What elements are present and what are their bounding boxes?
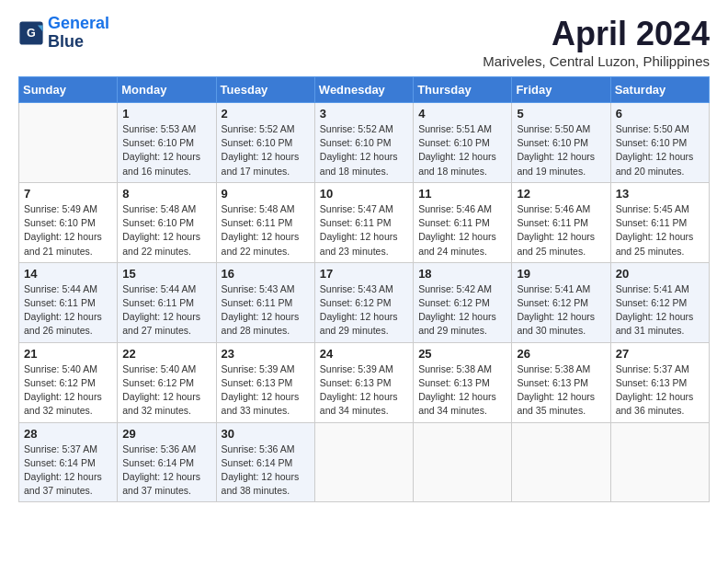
day-number: 18 — [418, 267, 506, 281]
day-number: 23 — [222, 347, 310, 361]
location: Mariveles, Central Luzon, Philippines — [483, 53, 710, 69]
calendar-cell: 5Sunrise: 5:50 AM Sunset: 6:10 PM Daylig… — [512, 103, 610, 183]
cell-text: Sunrise: 5:53 AM Sunset: 6:10 PM Dayligh… — [122, 122, 210, 178]
cell-text: Sunrise: 5:36 AM Sunset: 6:14 PM Dayligh… — [122, 442, 210, 499]
cell-text: Sunrise: 5:49 AM Sunset: 6:10 PM Dayligh… — [24, 202, 112, 259]
day-number: 3 — [320, 107, 408, 121]
calendar-week-3: 14Sunrise: 5:44 AM Sunset: 6:11 PM Dayli… — [19, 262, 710, 342]
day-header-saturday: Saturday — [610, 77, 709, 103]
cell-text: Sunrise: 5:50 AM Sunset: 6:10 PM Dayligh… — [517, 122, 605, 178]
day-number: 25 — [418, 347, 506, 361]
day-number: 27 — [616, 347, 704, 361]
day-number: 21 — [24, 347, 112, 361]
logo-icon: G — [18, 20, 44, 46]
calendar-cell: 13Sunrise: 5:45 AM Sunset: 6:11 PM Dayli… — [610, 182, 709, 262]
cell-text: Sunrise: 5:42 AM Sunset: 6:12 PM Dayligh… — [418, 282, 506, 339]
cell-text: Sunrise: 5:39 AM Sunset: 6:13 PM Dayligh… — [320, 362, 408, 419]
cell-text: Sunrise: 5:37 AM Sunset: 6:13 PM Dayligh… — [616, 362, 704, 419]
calendar-cell: 8Sunrise: 5:48 AM Sunset: 6:10 PM Daylig… — [118, 182, 216, 262]
calendar-cell: 1Sunrise: 5:53 AM Sunset: 6:10 PM Daylig… — [118, 103, 216, 183]
calendar-cell: 27Sunrise: 5:37 AM Sunset: 6:13 PM Dayli… — [610, 342, 709, 422]
cell-text: Sunrise: 5:36 AM Sunset: 6:14 PM Dayligh… — [222, 442, 310, 499]
calendar-cell: 7Sunrise: 5:49 AM Sunset: 6:10 PM Daylig… — [19, 182, 118, 262]
cell-text: Sunrise: 5:37 AM Sunset: 6:14 PM Dayligh… — [24, 442, 112, 499]
calendar-cell: 2Sunrise: 5:52 AM Sunset: 6:10 PM Daylig… — [216, 103, 314, 183]
day-number: 19 — [517, 267, 605, 281]
calendar-cell: 22Sunrise: 5:40 AM Sunset: 6:12 PM Dayli… — [118, 342, 216, 422]
calendar-week-2: 7Sunrise: 5:49 AM Sunset: 6:10 PM Daylig… — [19, 182, 710, 262]
cell-text: Sunrise: 5:46 AM Sunset: 6:11 PM Dayligh… — [418, 202, 506, 259]
day-number: 24 — [320, 347, 408, 361]
day-number: 22 — [122, 347, 210, 361]
svg-text:G: G — [27, 27, 36, 40]
calendar-cell — [512, 422, 610, 502]
day-number: 5 — [517, 107, 605, 121]
day-number: 11 — [418, 187, 506, 201]
day-number: 1 — [122, 107, 210, 121]
cell-text: Sunrise: 5:52 AM Sunset: 6:10 PM Dayligh… — [222, 122, 310, 178]
calendar-cell: 6Sunrise: 5:50 AM Sunset: 6:10 PM Daylig… — [610, 103, 709, 183]
day-number: 16 — [222, 267, 310, 281]
cell-text: Sunrise: 5:47 AM Sunset: 6:11 PM Dayligh… — [320, 202, 408, 259]
calendar-cell: 28Sunrise: 5:37 AM Sunset: 6:14 PM Dayli… — [19, 422, 118, 502]
cell-text: Sunrise: 5:40 AM Sunset: 6:12 PM Dayligh… — [122, 362, 210, 419]
cell-text: Sunrise: 5:38 AM Sunset: 6:13 PM Dayligh… — [418, 362, 506, 419]
cell-text: Sunrise: 5:50 AM Sunset: 6:10 PM Dayligh… — [616, 122, 704, 178]
calendar-cell: 18Sunrise: 5:42 AM Sunset: 6:12 PM Dayli… — [414, 262, 512, 342]
calendar-cell: 21Sunrise: 5:40 AM Sunset: 6:12 PM Dayli… — [19, 342, 118, 422]
cell-text: Sunrise: 5:45 AM Sunset: 6:11 PM Dayligh… — [616, 202, 704, 259]
calendar-cell: 11Sunrise: 5:46 AM Sunset: 6:11 PM Dayli… — [414, 182, 512, 262]
cell-text: Sunrise: 5:48 AM Sunset: 6:10 PM Dayligh… — [122, 202, 210, 259]
calendar-cell: 15Sunrise: 5:44 AM Sunset: 6:11 PM Dayli… — [118, 262, 216, 342]
cell-text: Sunrise: 5:43 AM Sunset: 6:12 PM Dayligh… — [320, 282, 408, 339]
calendar-cell: 20Sunrise: 5:41 AM Sunset: 6:12 PM Dayli… — [610, 262, 709, 342]
calendar-cell: 3Sunrise: 5:52 AM Sunset: 6:10 PM Daylig… — [314, 103, 413, 183]
day-number: 28 — [24, 427, 112, 441]
calendar-cell — [414, 422, 512, 502]
days-header-row: SundayMondayTuesdayWednesdayThursdayFrid… — [19, 77, 710, 103]
day-header-monday: Monday — [118, 77, 216, 103]
calendar-cell — [19, 103, 118, 183]
day-number: 12 — [517, 187, 605, 201]
cell-text: Sunrise: 5:52 AM Sunset: 6:10 PM Dayligh… — [320, 122, 408, 178]
calendar-cell — [314, 422, 413, 502]
title-block: April 2024 Mariveles, Central Luzon, Phi… — [483, 15, 710, 69]
calendar-cell: 4Sunrise: 5:51 AM Sunset: 6:10 PM Daylig… — [414, 103, 512, 183]
cell-text: Sunrise: 5:44 AM Sunset: 6:11 PM Dayligh… — [24, 282, 112, 339]
day-header-tuesday: Tuesday — [216, 77, 314, 103]
day-number: 15 — [122, 267, 210, 281]
calendar-week-1: 1Sunrise: 5:53 AM Sunset: 6:10 PM Daylig… — [19, 103, 710, 183]
day-number: 13 — [616, 187, 704, 201]
logo-text: GeneralBlue — [48, 15, 109, 52]
day-header-thursday: Thursday — [414, 77, 512, 103]
calendar-cell: 24Sunrise: 5:39 AM Sunset: 6:13 PM Dayli… — [314, 342, 413, 422]
logo: G GeneralBlue — [18, 15, 109, 52]
day-number: 14 — [24, 267, 112, 281]
cell-text: Sunrise: 5:51 AM Sunset: 6:10 PM Dayligh… — [418, 122, 506, 178]
day-number: 17 — [320, 267, 408, 281]
calendar-table: SundayMondayTuesdayWednesdayThursdayFrid… — [18, 76, 710, 502]
day-header-friday: Friday — [512, 77, 610, 103]
day-number: 30 — [222, 427, 310, 441]
cell-text: Sunrise: 5:46 AM Sunset: 6:11 PM Dayligh… — [517, 202, 605, 259]
day-header-wednesday: Wednesday — [314, 77, 413, 103]
calendar-cell: 29Sunrise: 5:36 AM Sunset: 6:14 PM Dayli… — [118, 422, 216, 502]
cell-text: Sunrise: 5:41 AM Sunset: 6:12 PM Dayligh… — [616, 282, 704, 339]
day-number: 4 — [418, 107, 506, 121]
day-number: 2 — [222, 107, 310, 121]
day-number: 10 — [320, 187, 408, 201]
calendar-week-5: 28Sunrise: 5:37 AM Sunset: 6:14 PM Dayli… — [19, 422, 710, 502]
day-number: 20 — [616, 267, 704, 281]
calendar-cell: 16Sunrise: 5:43 AM Sunset: 6:11 PM Dayli… — [216, 262, 314, 342]
day-number: 29 — [122, 427, 210, 441]
month-title: April 2024 — [483, 15, 710, 53]
calendar-week-4: 21Sunrise: 5:40 AM Sunset: 6:12 PM Dayli… — [19, 342, 710, 422]
calendar-cell: 23Sunrise: 5:39 AM Sunset: 6:13 PM Dayli… — [216, 342, 314, 422]
day-number: 9 — [222, 187, 310, 201]
calendar-cell: 30Sunrise: 5:36 AM Sunset: 6:14 PM Dayli… — [216, 422, 314, 502]
day-number: 6 — [616, 107, 704, 121]
calendar-cell: 25Sunrise: 5:38 AM Sunset: 6:13 PM Dayli… — [414, 342, 512, 422]
calendar-cell: 19Sunrise: 5:41 AM Sunset: 6:12 PM Dayli… — [512, 262, 610, 342]
day-header-sunday: Sunday — [19, 77, 118, 103]
calendar-cell: 12Sunrise: 5:46 AM Sunset: 6:11 PM Dayli… — [512, 182, 610, 262]
